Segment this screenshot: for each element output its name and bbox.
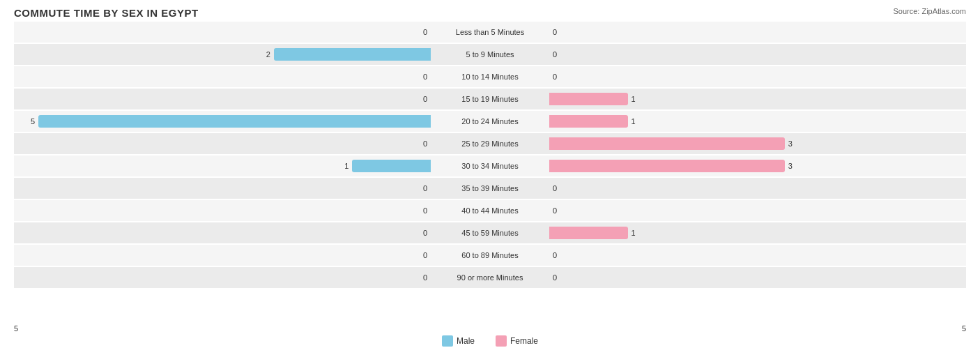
male-value: 1	[344, 162, 349, 170]
female-value: 0	[553, 184, 557, 192]
male-value: 2	[266, 50, 270, 59]
female-bar	[549, 115, 628, 128]
chart-row: 20 to 24 Minutes51	[14, 111, 966, 132]
female-value: 0	[553, 251, 557, 259]
female-value: 0	[553, 206, 557, 215]
legend: Male Female	[14, 335, 966, 347]
chart-container: COMMUTE TIME BY SEX IN EGYPT Source: Zip…	[0, 0, 980, 364]
female-bar	[549, 160, 785, 172]
chart-row: 30 to 34 Minutes13	[14, 156, 966, 176]
male-value: 0	[423, 251, 427, 259]
axis-left-label: 5	[14, 324, 18, 333]
row-label: Less than 5 Minutes	[456, 28, 524, 36]
legend-male-box	[442, 335, 453, 347]
female-bar	[549, 227, 628, 239]
chart-area: Less than 5 Minutes005 to 9 Minutes2010 …	[14, 22, 966, 321]
male-value: 0	[423, 95, 427, 103]
female-value: 1	[631, 95, 636, 103]
female-value: 1	[631, 229, 636, 237]
chart-row: 5 to 9 Minutes20	[14, 44, 966, 65]
male-bar	[274, 48, 431, 61]
row-label: 15 to 19 Minutes	[461, 95, 518, 103]
female-bar	[549, 137, 785, 150]
chart-row: 90 or more Minutes00	[14, 267, 966, 288]
legend-female: Female	[496, 335, 538, 347]
row-label: 10 to 14 Minutes	[461, 73, 518, 81]
row-label: 35 to 39 Minutes	[461, 184, 518, 192]
female-value: 3	[788, 139, 793, 148]
row-label: 40 to 44 Minutes	[461, 206, 518, 215]
row-label: 30 to 34 Minutes	[461, 162, 518, 170]
chart-row: 35 to 39 Minutes00	[14, 178, 966, 199]
male-value: 0	[423, 273, 427, 282]
chart-row: 10 to 14 Minutes00	[14, 66, 966, 87]
female-value: 0	[553, 28, 557, 36]
male-value: 0	[423, 206, 427, 215]
male-value: 5	[31, 117, 35, 126]
male-value: 0	[423, 229, 427, 237]
chart-row: 45 to 59 Minutes01	[14, 222, 966, 243]
male-value: 0	[423, 28, 427, 36]
row-label: 45 to 59 Minutes	[461, 229, 518, 237]
chart-row: Less than 5 Minutes00	[14, 22, 966, 43]
legend-female-label: Female	[510, 336, 538, 346]
male-value: 0	[423, 184, 427, 192]
axis-bottom: 5 5	[14, 321, 966, 334]
legend-female-box	[496, 335, 507, 347]
row-label: 60 to 89 Minutes	[461, 251, 518, 259]
source-label: Source: ZipAtlas.com	[893, 7, 966, 15]
male-value: 0	[423, 73, 427, 81]
legend-male: Male	[442, 335, 475, 347]
row-label: 25 to 29 Minutes	[461, 139, 518, 148]
female-value: 0	[553, 73, 557, 81]
row-label: 90 or more Minutes	[457, 273, 523, 282]
female-value: 0	[553, 50, 557, 59]
male-value: 0	[423, 139, 427, 148]
row-label: 20 to 24 Minutes	[461, 117, 518, 126]
female-bar	[549, 93, 628, 105]
female-value: 3	[788, 162, 793, 170]
chart-title: COMMUTE TIME BY SEX IN EGYPT	[14, 7, 966, 19]
chart-row: 25 to 29 Minutes03	[14, 133, 966, 154]
axis-right-label: 5	[962, 324, 966, 333]
male-bar	[38, 115, 431, 128]
legend-male-label: Male	[457, 336, 475, 346]
row-label: 5 to 9 Minutes	[466, 50, 514, 59]
chart-row: 40 to 44 Minutes00	[14, 200, 966, 221]
female-value: 0	[553, 273, 557, 282]
chart-row: 15 to 19 Minutes01	[14, 89, 966, 109]
chart-row: 60 to 89 Minutes00	[14, 245, 966, 266]
male-bar	[352, 160, 431, 172]
female-value: 1	[631, 117, 636, 126]
